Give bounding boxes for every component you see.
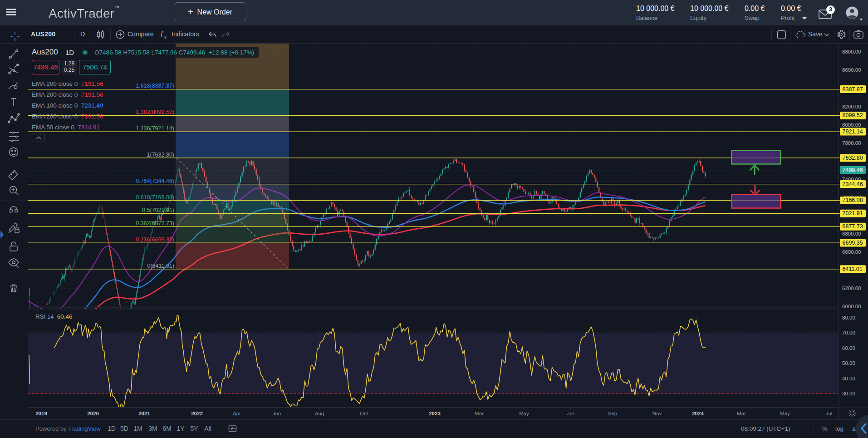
svg-text:Jul: Jul [826, 411, 833, 416]
svg-text:6699.35: 6699.35 [843, 240, 863, 246]
svg-text:7166.08: 7166.08 [843, 197, 863, 203]
svg-text:May: May [519, 411, 529, 416]
svg-text:Mar: Mar [475, 411, 484, 416]
svg-text:8200.00: 8200.00 [842, 104, 861, 109]
svg-text:80.00: 80.00 [842, 315, 855, 320]
svg-text:Mar: Mar [737, 411, 746, 416]
svg-text:Aug: Aug [315, 411, 324, 416]
svg-text:0.764(7344.46): 0.764(7344.46) [136, 178, 174, 184]
svg-text:2019: 2019 [35, 411, 47, 416]
svg-text:1(7632.80): 1(7632.80) [147, 152, 174, 158]
svg-text:0.236(6699.35): 0.236(6699.35) [136, 236, 174, 243]
svg-text:6600.00: 6600.00 [842, 249, 861, 255]
svg-text:7800.00: 7800.00 [842, 140, 861, 146]
svg-text:Apr: Apr [233, 411, 241, 416]
svg-text:40.00: 40.00 [842, 376, 855, 381]
svg-text:2023: 2023 [429, 411, 441, 416]
svg-text:7499.46: 7499.46 [843, 167, 863, 173]
svg-text:7021.91: 7021.91 [843, 210, 863, 217]
svg-text:1.382(8099.52): 1.382(8099.52) [136, 109, 174, 115]
svg-text:x: x [164, 35, 167, 40]
svg-text:Sep: Sep [608, 411, 617, 416]
svg-text:2021: 2021 [138, 411, 150, 416]
svg-text:7632.80: 7632.80 [843, 155, 863, 161]
svg-text:Oct: Oct [360, 411, 368, 416]
svg-text:2022: 2022 [191, 411, 203, 416]
svg-text:8800.00: 8800.00 [842, 49, 861, 54]
svg-text:2024: 2024 [692, 411, 704, 416]
svg-text:7921.14: 7921.14 [843, 128, 863, 135]
svg-text:2020: 2020 [87, 411, 99, 416]
svg-text:f: f [161, 30, 163, 38]
svg-text:1.618(8387.87): 1.618(8387.87) [136, 83, 174, 89]
svg-text:0(6411.01): 0(6411.01) [147, 263, 174, 269]
svg-text:6877.73: 6877.73 [843, 223, 863, 230]
svg-text:Nov: Nov [652, 411, 662, 416]
svg-text:70.00: 70.00 [842, 330, 855, 335]
svg-text:1.236(7921.14): 1.236(7921.14) [136, 125, 174, 132]
svg-text:8099.52: 8099.52 [843, 112, 863, 118]
svg-text:6800.00: 6800.00 [842, 231, 861, 236]
svg-text:6000.00: 6000.00 [842, 304, 861, 309]
svg-text:Jun: Jun [273, 411, 281, 416]
svg-text:May: May [780, 411, 790, 416]
svg-text:6411.01: 6411.01 [843, 266, 863, 272]
svg-text:7344.46: 7344.46 [843, 181, 863, 187]
svg-text:0.5(7021.91): 0.5(7021.91) [142, 207, 174, 213]
svg-text:0.382(6877.73): 0.382(6877.73) [136, 220, 174, 226]
svg-text:6200.00: 6200.00 [842, 285, 861, 291]
svg-text:8600.00: 8600.00 [842, 67, 861, 73]
svg-text:30.00: 30.00 [842, 391, 855, 396]
svg-text:60.00: 60.00 [842, 345, 855, 351]
svg-text:0.618(7166.08): 0.618(7166.08) [136, 194, 174, 201]
svg-text:8387.87: 8387.87 [843, 86, 863, 93]
svg-text:Jul: Jul [567, 411, 574, 416]
svg-text:8000.00: 8000.00 [842, 122, 861, 128]
svg-text:50.00: 50.00 [842, 360, 855, 366]
